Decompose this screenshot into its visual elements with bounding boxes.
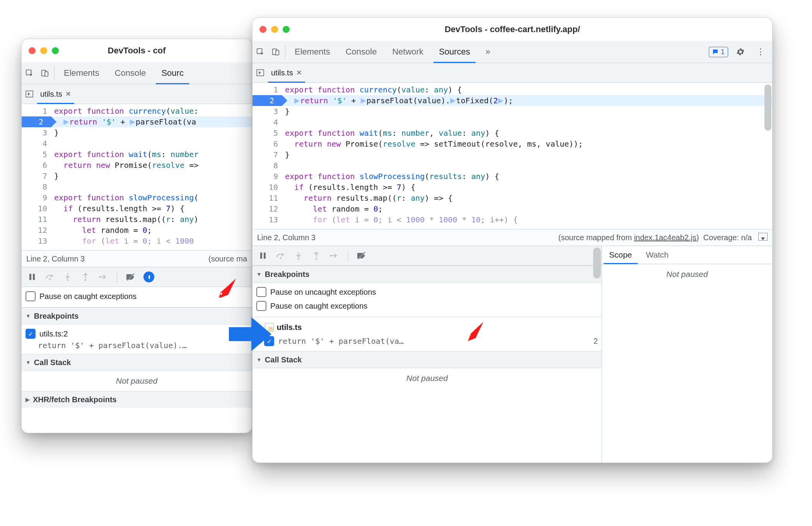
checkbox-icon: ✓ <box>26 329 36 339</box>
issues-chip[interactable]: 1 <box>709 47 728 57</box>
pause-icon[interactable] <box>258 251 268 261</box>
step-over-icon[interactable] <box>276 251 286 261</box>
code-area[interactable]: export function currency(value: any) { r… <box>282 83 772 229</box>
jump-to-bottom-icon[interactable] <box>758 233 768 241</box>
breakpoints-section-header[interactable]: ▼ Breakpoints <box>22 307 252 324</box>
inspect-element-icon[interactable] <box>252 41 268 63</box>
checkbox-icon <box>256 301 266 311</box>
tab-watch[interactable]: Watch <box>639 246 676 264</box>
tab-console[interactable]: Console <box>107 62 154 84</box>
close-window-icon[interactable] <box>29 47 36 54</box>
source-map-link[interactable]: index.1ac4eab2.js <box>634 233 696 242</box>
section-title: Breakpoints <box>34 312 79 321</box>
svg-rect-14 <box>260 253 262 259</box>
pause-on-caught-checkbox[interactable]: Pause on caught exceptions <box>26 289 248 303</box>
tab-sources[interactable]: Sourc <box>154 62 191 84</box>
breakpoint-item[interactable]: ✓ return '$' + parseFloat(va… 2 <box>256 334 598 348</box>
devtools-window-left: DevTools - cof Elements Console Sourc ut… <box>21 39 252 433</box>
tab-sources[interactable]: Sources <box>431 41 478 63</box>
svg-point-7 <box>67 279 69 281</box>
minimize-window-icon[interactable] <box>271 26 278 33</box>
editor-status-bar: Line 2, Column 3 (source ma <box>22 250 252 267</box>
device-toolbar-icon[interactable] <box>268 41 283 63</box>
titlebar[interactable]: DevTools - coffee-cart.netlify.app/ <box>252 18 772 41</box>
pause-on-exceptions-icon[interactable]: II <box>143 272 154 282</box>
maximize-window-icon[interactable] <box>52 47 59 54</box>
svg-point-18 <box>316 258 317 260</box>
step-icon[interactable] <box>98 272 108 282</box>
scrollbar[interactable] <box>593 248 601 461</box>
svg-rect-2 <box>45 72 48 76</box>
titlebar[interactable]: DevTools - cof <box>22 39 252 62</box>
annotation-red-arrow-left <box>217 278 237 299</box>
section-title: Call Stack <box>265 355 302 364</box>
scrollbar-thumb[interactable] <box>593 248 601 278</box>
status-text: ) <box>696 233 699 242</box>
close-icon[interactable]: ✕ <box>65 90 71 98</box>
scrollbar-thumb[interactable] <box>764 84 771 131</box>
debugger-toolbar <box>252 246 602 266</box>
tab-console[interactable]: Console <box>338 41 385 63</box>
code-editor[interactable]: 12345678910111213 export function curren… <box>252 83 772 229</box>
breakpoints-section-header[interactable]: ▼ Breakpoints <box>252 266 602 283</box>
maximize-window-icon[interactable] <box>283 26 290 33</box>
inspect-element-icon[interactable] <box>22 62 37 84</box>
svg-point-9 <box>99 276 101 278</box>
deactivate-breakpoints-icon[interactable] <box>126 272 136 282</box>
callstack-section-header[interactable]: ▼ Call Stack <box>22 354 252 371</box>
svg-point-16 <box>280 257 282 259</box>
breakpoint-item[interactable]: ✓ utils.ts:2 <box>26 327 248 341</box>
step-into-icon[interactable] <box>293 251 304 261</box>
devtools-window-right: DevTools - coffee-cart.netlify.app/ Elem… <box>252 17 773 463</box>
more-tabs-icon[interactable]: » <box>478 41 498 63</box>
pause-icon[interactable] <box>27 272 37 282</box>
code-editor[interactable]: 12345678910111213 export function curren… <box>22 104 252 250</box>
close-icon[interactable]: ✕ <box>296 68 302 77</box>
line-gutter[interactable]: 12345678910111213 <box>22 104 51 250</box>
settings-icon[interactable] <box>733 47 748 56</box>
close-window-icon[interactable] <box>259 26 266 33</box>
file-tab-utils-ts[interactable]: utils.ts ✕ <box>37 84 74 104</box>
scope-empty-state: Not paused <box>602 264 772 284</box>
breakpoint-code: return '$' + parseFloat(value).… <box>26 341 248 350</box>
tab-elements[interactable]: Elements <box>56 62 107 84</box>
step-out-icon[interactable] <box>311 251 321 261</box>
device-toolbar-icon[interactable] <box>37 62 53 84</box>
show-navigator-icon[interactable] <box>256 69 264 76</box>
tab-elements[interactable]: Elements <box>287 41 338 63</box>
code-area[interactable]: export function currency(value: return '… <box>51 104 252 250</box>
svg-point-8 <box>85 279 87 281</box>
step-icon[interactable] <box>329 251 339 261</box>
section-title: Breakpoints <box>265 270 310 279</box>
deactivate-breakpoints-icon[interactable] <box>357 251 367 261</box>
show-navigator-icon[interactable] <box>26 91 33 97</box>
step-over-icon[interactable] <box>45 272 55 282</box>
checkbox-icon <box>26 291 36 301</box>
minimize-window-icon[interactable] <box>40 47 47 54</box>
breakpoint-code: return '$' + parseFloat(va… <box>278 336 404 346</box>
callstack-section-header[interactable]: ▼ Call Stack <box>252 351 602 368</box>
xhr-breakpoints-section-header[interactable]: ▶ XHR/fetch Breakpoints <box>22 391 252 408</box>
svg-point-19 <box>330 255 332 257</box>
checkbox-label: Pause on uncaught exceptions <box>270 288 376 297</box>
pause-on-uncaught-checkbox[interactable]: Pause on uncaught exceptions <box>256 285 598 299</box>
step-into-icon[interactable] <box>63 272 73 282</box>
chevron-down-icon: ▼ <box>26 313 31 319</box>
checkbox-label: Pause on caught exceptions <box>270 302 367 311</box>
callstack-empty-state: Not paused <box>22 371 252 391</box>
cursor-position: Line 2, Column 3 <box>26 254 85 263</box>
tab-scope[interactable]: Scope <box>602 246 639 264</box>
svg-rect-4 <box>29 274 31 280</box>
step-out-icon[interactable] <box>80 272 90 282</box>
tab-network[interactable]: Network <box>384 41 431 63</box>
pause-on-caught-checkbox[interactable]: Pause on caught exceptions <box>256 299 598 313</box>
svg-rect-5 <box>33 274 35 280</box>
kebab-menu-icon[interactable]: ⋮ <box>753 47 768 57</box>
chevron-down-icon: ▼ <box>26 359 31 365</box>
breakpoint-file-row[interactable]: ▼ JS utils.ts <box>256 320 598 334</box>
line-gutter[interactable]: 12345678910111213 <box>252 83 282 229</box>
svg-point-17 <box>298 258 300 260</box>
svg-marker-20 <box>220 278 236 298</box>
file-tab-utils-ts[interactable]: utils.ts ✕ <box>268 63 305 82</box>
panel-tabs: Elements Console Sourc <box>22 62 252 84</box>
